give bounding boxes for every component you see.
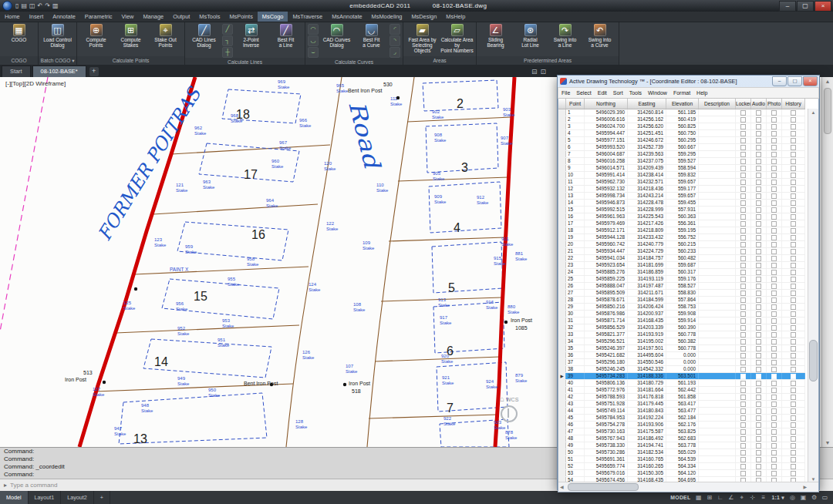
ortho-icon[interactable]: ∟ <box>715 494 725 501</box>
cell-description[interactable] <box>699 435 736 442</box>
cell-audio[interactable] <box>751 338 767 344</box>
photo-checkbox[interactable] <box>771 228 777 234</box>
cell-photo[interactable] <box>767 318 782 324</box>
cell-elevation[interactable]: 560.215 <box>666 241 699 247</box>
row-selector-cell[interactable] <box>558 130 566 136</box>
cell-audio[interactable] <box>751 456 767 462</box>
cell-northing[interactable]: 5495788.593 <box>585 394 628 400</box>
cell-northing[interactable]: 5496016.258 <box>585 158 628 164</box>
photo-checkbox[interactable] <box>771 186 777 192</box>
cell-locked[interactable] <box>736 151 751 157</box>
cell-elevation[interactable]: 565.029 <box>666 449 699 455</box>
locked-checkbox[interactable] <box>740 304 746 310</box>
locked-checkbox[interactable] <box>740 152 746 157</box>
locked-checkbox[interactable] <box>740 422 746 428</box>
audio-checkbox[interactable] <box>756 193 761 199</box>
cell-audio[interactable] <box>751 269 767 275</box>
cell-description[interactable] <box>699 262 736 268</box>
line-tool-2-icon[interactable]: ┐ <box>222 35 233 46</box>
maximize-button[interactable]: ▢ <box>797 1 814 12</box>
cell-description[interactable] <box>699 116 736 123</box>
table-horizontal-scrollbar[interactable]: ◀ ▶ <box>558 482 818 492</box>
save-icon[interactable]: ◫ <box>29 2 35 9</box>
cell-northing[interactable]: 5495946.873 <box>585 200 628 206</box>
cell-audio[interactable] <box>751 359 767 365</box>
menu-sort[interactable]: Sort <box>610 90 626 96</box>
cell-description[interactable] <box>699 297 736 303</box>
audio-checkbox[interactable] <box>756 242 761 247</box>
table-row[interactable]: ▶395495734.283314188.336563.501 <box>558 373 805 380</box>
line-tool-3-icon[interactable]: ┼ <box>222 47 233 58</box>
history-checkbox[interactable] <box>791 353 796 358</box>
locked-checkbox[interactable] <box>740 180 746 185</box>
cell-elevation[interactable]: 557.864 <box>666 297 699 303</box>
photo-checkbox[interactable] <box>771 256 777 261</box>
cell-locked[interactable] <box>736 428 751 435</box>
cell-locked[interactable] <box>736 435 751 442</box>
navigation-wheel-icon[interactable] <box>501 405 518 422</box>
audio-checkbox[interactable] <box>756 304 761 310</box>
row-selector-cell[interactable] <box>558 422 566 428</box>
cell-easting[interactable]: 314193.919 <box>628 331 666 338</box>
cell-audio[interactable] <box>751 130 767 136</box>
cell-point[interactable]: 5 <box>566 137 585 143</box>
curve-tool-4-icon[interactable]: ◜ <box>390 24 400 35</box>
history-checkbox[interactable] <box>791 249 796 254</box>
cell-elevation[interactable]: 559.177 <box>666 186 699 192</box>
row-selector-cell[interactable] <box>558 172 566 178</box>
cell-point[interactable]: 33 <box>566 331 585 338</box>
cell-elevation[interactable]: 0.000 <box>666 352 699 358</box>
cell-point[interactable]: 14 <box>566 200 585 206</box>
cell-northing[interactable]: 5495421.682 <box>585 352 628 358</box>
photo-checkbox[interactable] <box>771 270 777 275</box>
row-selector-cell[interactable] <box>558 283 566 289</box>
cell-northing[interactable]: 5495876.986 <box>585 311 628 317</box>
cell-audio[interactable] <box>751 207 767 213</box>
cell-description[interactable] <box>699 158 736 164</box>
scroll-up-icon[interactable]: ▲ <box>822 79 833 84</box>
cell-locked[interactable] <box>736 311 751 317</box>
sliding-bearing-button[interactable]: ∠Sliding Bearing <box>478 23 513 48</box>
cell-point[interactable]: 20 <box>566 241 585 247</box>
cell-locked[interactable] <box>736 144 751 150</box>
cell-photo[interactable] <box>767 220 782 227</box>
cell-northing[interactable]: 5495784.953 <box>585 415 628 421</box>
cell-easting[interactable]: 314180.729 <box>628 380 666 386</box>
cell-easting[interactable]: 314184.599 <box>628 297 666 303</box>
cell-audio[interactable] <box>751 366 767 372</box>
cell-locked[interactable] <box>736 387 751 393</box>
audio-checkbox[interactable] <box>756 256 761 261</box>
cell-description[interactable] <box>699 186 736 192</box>
menu-format[interactable]: Format <box>670 90 693 96</box>
cell-elevation[interactable]: 559.657 <box>666 193 699 199</box>
cell-description[interactable] <box>699 422 736 428</box>
cell-easting[interactable]: 314495.604 <box>628 352 666 358</box>
history-checkbox[interactable] <box>791 235 796 240</box>
audio-checkbox[interactable] <box>756 221 761 227</box>
photo-checkbox[interactable] <box>771 152 777 157</box>
column-header-easting[interactable]: Easting <box>628 99 666 109</box>
cell-history[interactable] <box>782 151 805 157</box>
locked-checkbox[interactable] <box>740 408 746 414</box>
cell-history[interactable] <box>782 165 805 171</box>
row-selector-cell[interactable] <box>558 428 566 435</box>
locked-checkbox[interactable] <box>740 311 746 317</box>
locked-checkbox[interactable] <box>740 388 746 393</box>
cell-history[interactable] <box>782 144 805 150</box>
audio-checkbox[interactable] <box>756 291 761 296</box>
cell-history[interactable] <box>782 415 805 421</box>
cell-northing[interactable]: 5495730.286 <box>585 449 628 455</box>
history-checkbox[interactable] <box>791 200 796 206</box>
cell-northing[interactable]: 5496024.700 <box>585 123 628 129</box>
cell-audio[interactable] <box>751 276 767 282</box>
cell-easting[interactable]: 314176.818 <box>628 394 666 400</box>
cell-history[interactable] <box>782 248 805 254</box>
history-checkbox[interactable] <box>791 297 796 303</box>
curve-tool-6-icon[interactable]: ◞ <box>390 47 400 58</box>
history-checkbox[interactable] <box>791 221 796 227</box>
snap-icon[interactable]: ⊞ <box>704 494 714 501</box>
history-checkbox[interactable] <box>791 152 796 157</box>
table-row[interactable]: 55495977.151314246.672560.295 <box>558 137 805 144</box>
cell-easting[interactable]: 314193.906 <box>628 422 666 428</box>
new-icon[interactable]: ▯ <box>15 2 19 9</box>
